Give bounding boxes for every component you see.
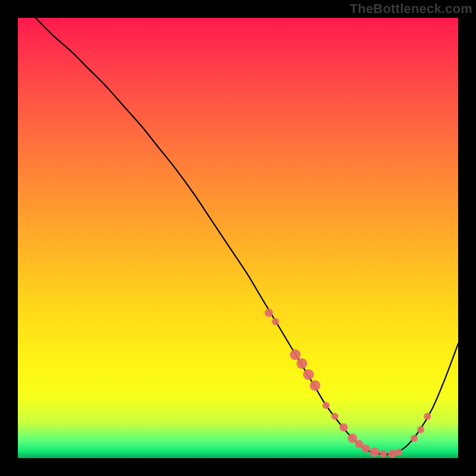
curve-marker: [417, 426, 424, 433]
bottleneck-curve-svg: [18, 18, 458, 458]
chart-frame: [18, 18, 458, 458]
curve-marker: [388, 450, 396, 458]
curve-marker: [331, 413, 339, 420]
curve-marker: [369, 447, 379, 457]
plot-area: [18, 18, 458, 458]
curve-marker: [395, 449, 402, 456]
curve-marker: [303, 369, 314, 380]
curve-marker: [310, 380, 321, 391]
curve-markers: [265, 309, 431, 458]
curve-marker: [424, 413, 431, 420]
curve-marker: [362, 444, 370, 453]
curve-marker: [411, 435, 418, 442]
curve-marker: [296, 358, 307, 369]
curve-marker: [340, 423, 348, 431]
bottleneck-curve: [36, 18, 458, 455]
curve-marker: [265, 309, 273, 317]
watermark-text: TheBottleneck.com: [350, 1, 472, 17]
curve-marker: [272, 318, 279, 325]
curve-marker: [380, 450, 387, 458]
curve-marker: [322, 402, 330, 409]
curve-marker: [290, 349, 300, 360]
